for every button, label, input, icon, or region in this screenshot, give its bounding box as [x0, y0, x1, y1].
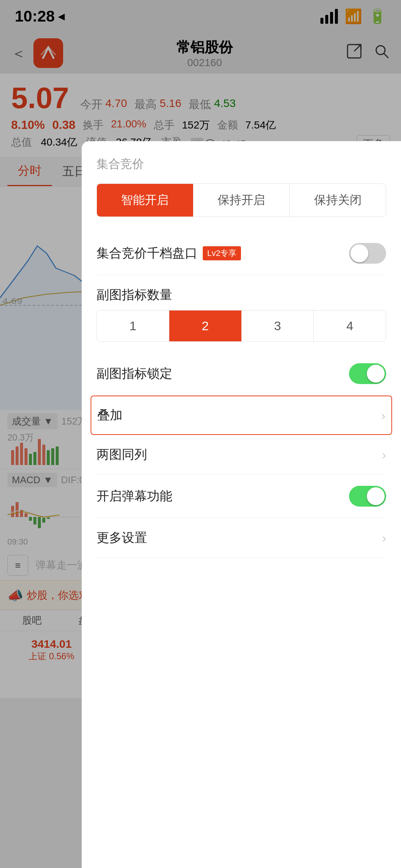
row-liangtutonglie[interactable]: 两图同列 › — [97, 435, 386, 475]
row-diejia[interactable]: 叠加 › — [91, 396, 392, 435]
fitu-suoding-label: 副图指标锁定 — [97, 365, 172, 382]
qiandang-label: 集合竞价千档盘口 Lv2专享 — [97, 245, 241, 262]
row-qiandang-pankou: 集合竞价千档盘口 Lv2专享 — [97, 232, 386, 275]
subsection-fitu-label: 副图指标数量 — [97, 286, 386, 303]
lv2-badge: Lv2专享 — [203, 246, 241, 260]
danmu-toggle[interactable] — [349, 486, 386, 507]
seg-btn-baochi-off[interactable]: 保持关闭 — [289, 184, 386, 217]
seg-control-juhejingjia: 智能开启 保持开启 保持关闭 — [97, 183, 386, 217]
more-settings-label: 更多设置 — [97, 529, 147, 546]
fitu-suoding-toggle[interactable] — [349, 363, 386, 384]
qiandang-toggle[interactable] — [349, 243, 386, 264]
seg-btn-baochi-on[interactable]: 保持开启 — [193, 184, 290, 217]
num-btn-3[interactable]: 3 — [241, 311, 314, 341]
settings-modal: 集合竞价 智能开启 保持开启 保持关闭 集合竞价千档盘口 Lv2专享 副图指标数… — [82, 141, 401, 868]
num-selector: 1 2 3 4 — [97, 310, 386, 342]
danmu-label: 开启弹幕功能 — [97, 488, 172, 505]
num-btn-2[interactable]: 2 — [169, 311, 241, 341]
row-danmu: 开启弹幕功能 — [97, 475, 386, 518]
section-title-juhejingjia: 集合竞价 — [97, 156, 386, 172]
num-btn-1[interactable]: 1 — [97, 311, 169, 341]
seg-btn-zhineng[interactable]: 智能开启 — [97, 184, 193, 217]
num-btn-4[interactable]: 4 — [313, 311, 386, 341]
liangtutonglie-chevron: › — [382, 448, 386, 462]
row-fitu-suoding: 副图指标锁定 — [97, 352, 386, 396]
diejia-label: 叠加 — [97, 407, 123, 424]
fitu-section: 副图指标数量 1 2 3 4 — [97, 275, 386, 352]
diejia-chevron: › — [381, 408, 385, 423]
row-more-settings[interactable]: 更多设置 › — [97, 518, 386, 558]
more-settings-chevron: › — [382, 531, 386, 545]
liangtutonglie-label: 两图同列 — [97, 446, 147, 463]
